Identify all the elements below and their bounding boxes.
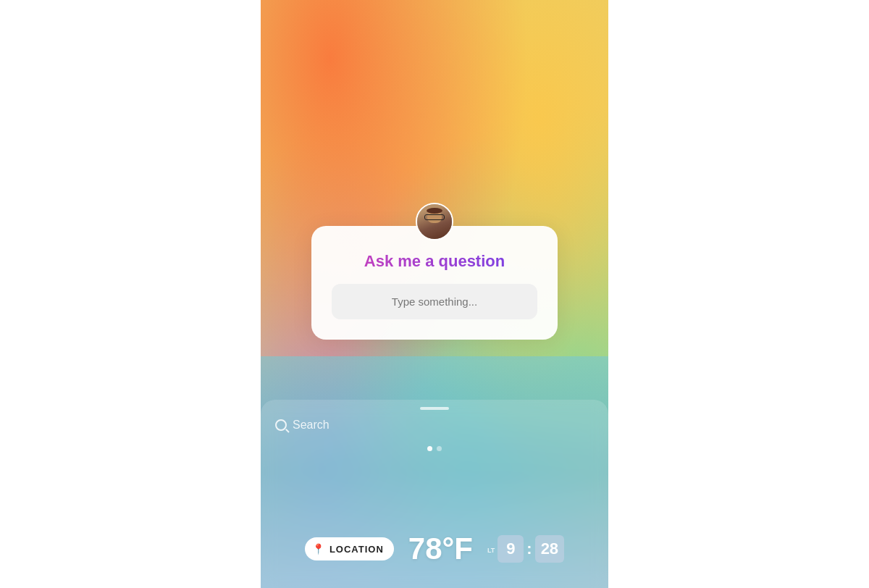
stickers-row: 📍 LOCATION 78°F LT 9 : 28 — [261, 532, 608, 566]
time-minutes: 28 — [535, 535, 564, 563]
search-bar[interactable]: Search — [261, 410, 608, 440]
time-label: LT — [487, 547, 495, 554]
temperature-sticker[interactable]: 78°F — [408, 532, 473, 566]
avatar-glasses — [424, 214, 445, 220]
dot-2 — [437, 446, 442, 451]
time-display[interactable]: LT 9 : 28 — [487, 535, 564, 563]
phone-frame: Ask me a question Search 📍 LOCATION 78°F… — [261, 0, 608, 588]
dot-1 — [427, 446, 432, 451]
search-icon — [275, 419, 287, 431]
question-card: Ask me a question — [311, 226, 558, 340]
time-hours: 9 — [498, 535, 524, 563]
time-colon: : — [526, 539, 532, 558]
pagination-dots — [261, 440, 608, 457]
question-input[interactable] — [332, 284, 537, 319]
card-section: Ask me a question — [261, 203, 608, 340]
location-pin-icon: 📍 — [312, 543, 325, 555]
search-label: Search — [293, 419, 329, 432]
ask-title: Ask me a question — [364, 252, 505, 271]
avatar — [416, 203, 453, 240]
avatar-container — [416, 203, 453, 240]
avatar-face — [417, 204, 452, 239]
location-label: LOCATION — [329, 544, 384, 555]
location-badge[interactable]: 📍 LOCATION — [305, 537, 394, 560]
